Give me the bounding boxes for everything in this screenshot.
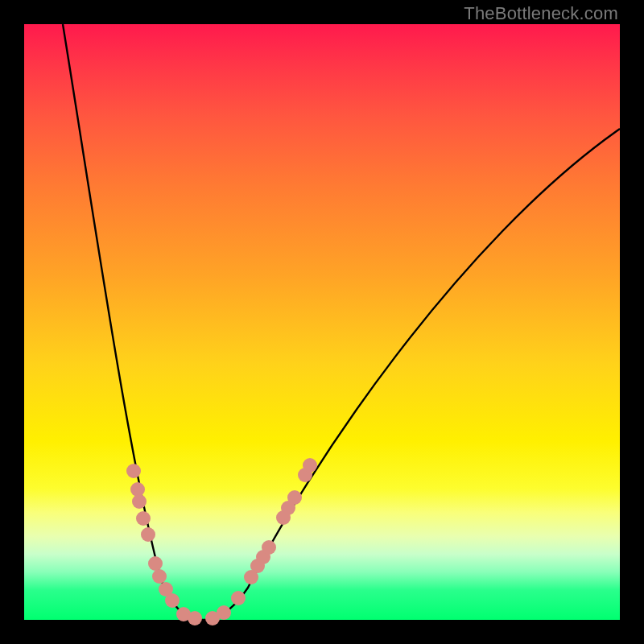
data-point: [262, 540, 276, 555]
chart-container: TheBottleneck.com: [0, 0, 644, 644]
data-point: [231, 591, 246, 605]
data-point: [303, 458, 317, 473]
data-point: [136, 511, 151, 526]
data-point: [165, 593, 180, 608]
data-point: [141, 527, 155, 542]
data-point: [287, 490, 302, 505]
data-point: [126, 464, 141, 478]
data-point: [188, 611, 202, 625]
data-point: [132, 494, 147, 509]
watermark-text: TheBottleneck.com: [464, 3, 618, 24]
plot-area: [24, 24, 620, 620]
data-point: [217, 605, 231, 620]
curve-svg: [24, 24, 620, 620]
